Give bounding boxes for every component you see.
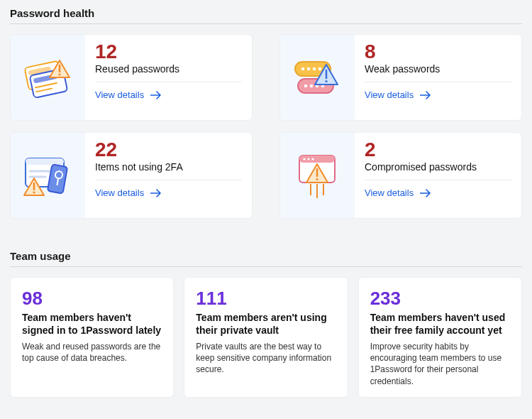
- items-not-using-2fa-count: 22: [95, 140, 242, 160]
- svg-rect-21: [26, 158, 64, 165]
- reused-passwords-count: 12: [95, 42, 242, 62]
- password-health-title: Password health: [10, 0, 522, 24]
- team-signin-desc: Weak and reused passwords are the top ca…: [22, 341, 162, 364]
- team-family-account-card: 233 Team members haven't used their free…: [358, 277, 522, 398]
- svg-point-10: [306, 67, 309, 70]
- team-signin-label: Team members haven't signed in to 1Passw…: [22, 312, 162, 337]
- arrow-right-icon: [420, 91, 431, 99]
- svg-point-12: [318, 67, 321, 70]
- reused-passwords-label: Reused passwords: [95, 63, 242, 82]
- team-family-account-label: Team members haven't used their free fam…: [370, 312, 510, 337]
- svg-point-15: [309, 85, 312, 87]
- team-private-vault-count: 111: [196, 289, 336, 308]
- items-not-using-2fa-icon: [11, 133, 85, 218]
- svg-point-19: [325, 80, 327, 82]
- team-private-vault-card: 111 Team members aren't using their priv…: [184, 277, 348, 398]
- svg-point-33: [311, 158, 314, 160]
- weak-passwords-card: 8 Weak passwords View details: [279, 34, 522, 121]
- svg-point-14: [304, 85, 306, 87]
- compromised-passwords-icon: [280, 133, 355, 218]
- compromised-passwords-count: 2: [365, 140, 511, 160]
- arrow-right-icon: [150, 189, 162, 197]
- reused-passwords-view-details-link[interactable]: View details: [95, 89, 242, 100]
- weak-passwords-label: Weak passwords: [365, 63, 511, 82]
- compromised-passwords-view-details-link[interactable]: View details: [365, 187, 511, 198]
- items-not-using-2fa-view-details-link[interactable]: View details: [95, 187, 242, 198]
- compromised-passwords-label: Compromised passwords: [365, 161, 511, 180]
- weak-passwords-count: 8: [365, 42, 511, 62]
- svg-point-31: [303, 158, 305, 160]
- team-usage-grid: 98 Team members haven't signed in to 1Pa…: [10, 277, 522, 398]
- weak-passwords-view-details-link[interactable]: View details: [365, 89, 511, 100]
- team-private-vault-desc: Private vaults are the best way to keep …: [196, 341, 336, 376]
- reused-passwords-card: 12 Reused passwords View details: [10, 34, 253, 121]
- items-not-using-2fa-card: 22 Items not using 2FA View details: [10, 132, 253, 219]
- arrow-right-icon: [150, 91, 162, 99]
- arrow-right-icon: [420, 189, 431, 197]
- svg-point-35: [316, 178, 318, 180]
- reused-passwords-icon: [11, 35, 85, 120]
- team-usage-title: Team usage: [10, 243, 522, 267]
- compromised-passwords-card: 2 Compromised passwords View details: [279, 132, 522, 219]
- svg-point-32: [307, 158, 309, 160]
- password-health-grid: 12 Reused passwords View details: [10, 34, 522, 219]
- svg-point-11: [312, 67, 315, 70]
- items-not-using-2fa-label: Items not using 2FA: [95, 161, 242, 180]
- svg-point-7: [58, 73, 60, 75]
- view-details-text: View details: [95, 187, 144, 198]
- view-details-text: View details: [95, 89, 144, 100]
- view-details-text: View details: [365, 187, 414, 198]
- team-private-vault-label: Team members aren't using their private …: [196, 312, 336, 337]
- team-signin-count: 98: [22, 289, 162, 308]
- team-signin-card: 98 Team members haven't signed in to 1Pa…: [10, 277, 174, 398]
- weak-passwords-icon: [280, 35, 355, 120]
- svg-point-9: [301, 67, 304, 70]
- team-family-account-desc: Improve security habits by encouraging t…: [370, 341, 510, 387]
- svg-point-28: [33, 191, 35, 193]
- view-details-text: View details: [365, 89, 414, 100]
- team-family-account-count: 233: [370, 289, 510, 308]
